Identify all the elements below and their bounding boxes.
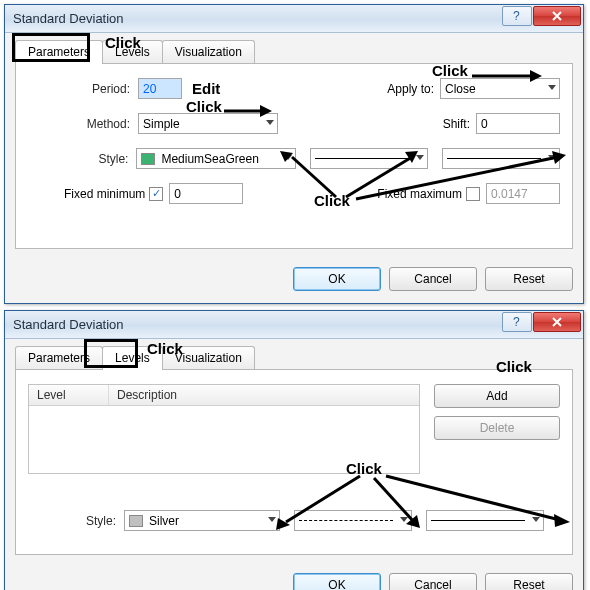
tab-label: Levels — [115, 351, 150, 365]
style-color-dropdown[interactable]: Silver — [124, 510, 280, 531]
tab-label: Parameters — [28, 351, 90, 365]
method-label: Method: — [28, 117, 138, 131]
col-level[interactable]: Level — [29, 385, 109, 405]
close-button[interactable] — [533, 6, 581, 26]
color-swatch — [129, 515, 143, 527]
style-lineweight-dropdown[interactable] — [426, 510, 544, 531]
style-linetype-dropdown[interactable] — [310, 148, 428, 169]
tab-label: Visualization — [175, 45, 242, 59]
style-lineweight-dropdown[interactable] — [442, 148, 560, 169]
apply-to-label: Apply to: — [367, 82, 440, 96]
line-preview — [299, 520, 393, 521]
period-input[interactable] — [138, 78, 182, 99]
dialog-standard-deviation-levels: Standard Deviation ? Parameters Levels V… — [4, 310, 584, 590]
window-title: Standard Deviation — [13, 317, 124, 332]
chevron-down-icon — [532, 517, 540, 522]
tab-parameters[interactable]: Parameters — [15, 40, 103, 64]
tab-content: Period: Edit Apply to: Close Method: Sim — [15, 63, 573, 249]
tab-parameters[interactable]: Parameters — [15, 346, 103, 370]
method-value: Simple — [143, 117, 180, 131]
style-color-value: MediumSeaGreen — [161, 152, 258, 166]
col-description[interactable]: Description — [109, 385, 419, 405]
svg-text:?: ? — [513, 10, 520, 22]
tab-levels[interactable]: Levels — [102, 40, 163, 64]
ok-button[interactable]: OK — [293, 267, 381, 291]
button-bar: OK Cancel Reset — [5, 565, 583, 590]
apply-to-dropdown[interactable]: Close — [440, 78, 560, 99]
period-label: Period: — [28, 82, 138, 96]
button-bar: OK Cancel Reset — [5, 259, 583, 303]
help-button[interactable]: ? — [502, 312, 532, 332]
help-button[interactable]: ? — [502, 6, 532, 26]
chevron-down-icon — [548, 85, 556, 90]
close-button[interactable] — [533, 312, 581, 332]
color-swatch — [141, 153, 155, 165]
tab-label: Levels — [115, 45, 150, 59]
cancel-button[interactable]: Cancel — [389, 573, 477, 590]
method-dropdown[interactable]: Simple — [138, 113, 278, 134]
style-color-dropdown[interactable]: MediumSeaGreen — [136, 148, 296, 169]
line-preview — [447, 158, 541, 159]
levels-table[interactable]: Level Description — [28, 384, 420, 474]
shift-label: Shift: — [423, 117, 476, 131]
window-title: Standard Deviation — [13, 11, 124, 26]
tab-label: Visualization — [175, 351, 242, 365]
tab-levels[interactable]: Levels — [102, 346, 163, 370]
annot-edit: Edit — [192, 80, 220, 97]
svg-text:?: ? — [513, 316, 520, 328]
fixed-min-checkbox[interactable] — [149, 187, 163, 201]
tab-visualization[interactable]: Visualization — [162, 346, 255, 370]
titlebar[interactable]: Standard Deviation ? — [5, 5, 583, 33]
style-linetype-dropdown[interactable] — [294, 510, 412, 531]
fixed-max-input — [486, 183, 560, 204]
line-preview — [431, 520, 525, 521]
fixed-min-label: Fixed minimum — [64, 187, 145, 201]
fixed-max-checkbox[interactable] — [466, 187, 480, 201]
reset-button[interactable]: Reset — [485, 267, 573, 291]
fixed-min-input[interactable] — [169, 183, 243, 204]
chevron-down-icon — [400, 517, 408, 522]
apply-to-value: Close — [445, 82, 476, 96]
chevron-down-icon — [548, 155, 556, 160]
annot-click: Click — [432, 62, 468, 79]
chevron-down-icon — [268, 517, 276, 522]
delete-button: Delete — [434, 416, 560, 440]
add-button[interactable]: Add — [434, 384, 560, 408]
tab-label: Parameters — [28, 45, 90, 59]
shift-input[interactable] — [476, 113, 560, 134]
tab-content: Level Description Add Delete Style: Silv… — [15, 369, 573, 555]
style-label: Style: — [28, 152, 136, 166]
chevron-down-icon — [416, 155, 424, 160]
reset-button[interactable]: Reset — [485, 573, 573, 590]
chevron-down-icon — [266, 120, 274, 125]
line-preview — [315, 158, 409, 159]
fixed-max-label: Fixed maximum — [377, 187, 462, 201]
tab-strip: Parameters Levels Visualization — [5, 339, 583, 369]
style-label: Style: — [28, 514, 124, 528]
tab-strip: Parameters Levels Visualization — [5, 33, 583, 63]
cancel-button[interactable]: Cancel — [389, 267, 477, 291]
chevron-down-icon — [284, 155, 292, 160]
tab-visualization[interactable]: Visualization — [162, 40, 255, 64]
dialog-standard-deviation-parameters: Standard Deviation ? Parameters Levels V… — [4, 4, 584, 304]
style-color-value: Silver — [149, 514, 179, 528]
ok-button[interactable]: OK — [293, 573, 381, 590]
titlebar[interactable]: Standard Deviation ? — [5, 311, 583, 339]
